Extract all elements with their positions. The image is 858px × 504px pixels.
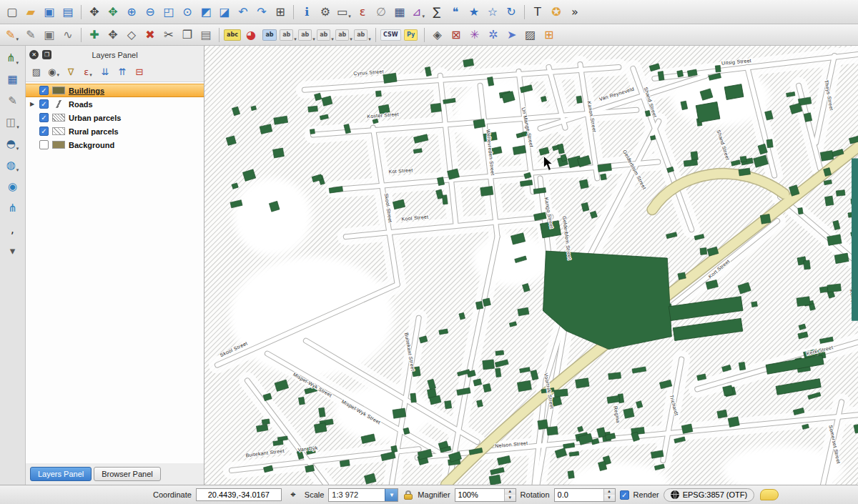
magnifier-up-icon[interactable]: ▲ — [505, 489, 516, 495]
layer-styling-dock-button[interactable]: ▨ — [521, 26, 540, 44]
move-label-button[interactable]: ab▾ — [279, 26, 297, 44]
zoom-last-button[interactable]: ↶ — [234, 4, 252, 21]
new-bookmark-button[interactable]: ★ — [465, 4, 483, 21]
new-map-view-button[interactable]: ⊞ — [271, 4, 290, 21]
select-features-button[interactable]: ▭▾ — [335, 4, 353, 21]
zoom-out-button[interactable]: ⊖ — [141, 4, 159, 21]
identify-features-button[interactable]: ℹ — [297, 4, 316, 21]
pan-map-button[interactable]: ✥ — [85, 4, 104, 21]
layer-visibility-checkbox[interactable]: ✓ — [39, 113, 49, 122]
add-wfs-layer-button[interactable]: ⋔ — [2, 199, 24, 217]
attributes-dock-button[interactable]: ⊞ — [540, 26, 558, 44]
zoom-to-native-button[interactable]: ⊙ — [178, 4, 197, 21]
change-label-button[interactable]: ab▾ — [316, 26, 335, 44]
add-delimited-text-layer-button[interactable]: , — [2, 220, 24, 239]
python-console-button[interactable]: Py — [402, 26, 420, 44]
add-vector-layer-button[interactable]: ⋔▾ — [2, 49, 24, 67]
zoom-in-button[interactable]: ⊕ — [122, 4, 141, 21]
coordinate-input[interactable] — [196, 488, 282, 501]
expand-all-button[interactable]: ⇊ — [97, 64, 113, 79]
magnifier-spinbox[interactable]: ▲ ▼ — [455, 488, 516, 502]
offset-curve-button[interactable]: ✲ — [484, 26, 503, 44]
open-layer-styling-button[interactable]: ▨ — [29, 64, 44, 79]
magnifier-input[interactable] — [455, 489, 504, 501]
topology-checker-button[interactable]: ⊠ — [447, 26, 465, 44]
new-layer-menu-button[interactable]: ▾ — [2, 242, 24, 260]
advanced-digitizing-button[interactable]: ➤ — [503, 26, 521, 44]
zoom-to-selection-button[interactable]: ◩ — [197, 4, 215, 21]
copy-features-button[interactable]: ❐ — [178, 26, 197, 44]
add-spatialite-layer-button[interactable]: ◫▾ — [2, 113, 24, 132]
add-wcs-layer-button[interactable]: ◉ — [2, 177, 24, 196]
panel-close-icon[interactable]: ✕ — [29, 50, 39, 59]
layer-row-roads[interactable]: ▶✓Roads — [26, 97, 204, 111]
select-by-expression-button[interactable]: ε — [353, 4, 372, 21]
filter-by-expression-button[interactable]: ε▾ — [80, 64, 96, 79]
toggle-editing-button[interactable]: ✎ — [21, 26, 40, 44]
move-feature-button[interactable]: ✥ — [104, 26, 122, 44]
rotation-spinbox[interactable]: ▲ ▼ — [554, 488, 616, 502]
label-value-map-button[interactable]: ◕ — [242, 26, 260, 44]
save-layer-edits-button[interactable]: ▣ — [40, 26, 59, 44]
add-postgis-layer-button[interactable]: ◓▾ — [2, 134, 24, 153]
new-shapefile-layer-button[interactable]: ✎ — [2, 92, 24, 110]
remove-layer-button[interactable]: ⊟ — [132, 64, 147, 79]
cut-features-button[interactable]: ✂ — [159, 26, 178, 44]
mouse-position-toggle-icon[interactable]: ⌖ — [286, 488, 300, 502]
zoom-to-layer-button[interactable]: ◪ — [215, 4, 234, 21]
map-tips-button[interactable]: ❝ — [446, 4, 465, 21]
tab-browser-panel[interactable]: Browser Panel — [94, 467, 161, 481]
layer-visibility-checkbox[interactable]: ✓ — [39, 99, 49, 109]
refresh-map-button[interactable]: ↻ — [502, 4, 521, 21]
statistical-summary-button[interactable]: ∑ — [428, 4, 446, 21]
toolbar-overflow-button[interactable]: » — [566, 4, 584, 21]
save-project-button[interactable]: ▣ — [40, 4, 59, 21]
layer-labeling-options-button[interactable]: abc — [223, 26, 242, 44]
layer-row-urban-parcels[interactable]: ✓Urban parcels — [26, 111, 204, 124]
pan-to-selection-button[interactable]: ✥ — [104, 4, 122, 21]
open-attribute-table-button[interactable]: ▦ — [390, 4, 409, 21]
metasearch-csw-button[interactable]: CSW — [380, 26, 402, 44]
rotation-input[interactable] — [555, 489, 603, 501]
scale-lock-icon[interactable] — [403, 490, 413, 500]
digitize-with-curve-button[interactable]: ∿ — [59, 26, 77, 44]
layer-row-background[interactable]: Background — [26, 138, 204, 152]
expander-icon[interactable]: ▶ — [29, 101, 36, 107]
deselect-all-button[interactable]: ∅ — [372, 4, 390, 21]
layer-row-buildings[interactable]: ✓Buildings — [26, 84, 204, 97]
chevron-down-icon[interactable]: ▼ — [385, 489, 398, 501]
open-project-button[interactable]: ▰ — [21, 4, 40, 21]
text-annotation-button[interactable]: T — [528, 4, 547, 21]
save-project-as-button[interactable]: ▤ — [59, 4, 77, 21]
node-tool-button[interactable]: ◇ — [122, 26, 141, 44]
rotation-up-icon[interactable]: ▲ — [604, 489, 615, 495]
magnifier-down-icon[interactable]: ▼ — [505, 495, 516, 501]
highlight-pinned-labels-button[interactable]: ab — [260, 26, 279, 44]
add-feature-button[interactable]: ✚ — [85, 26, 104, 44]
tab-layers-panel[interactable]: Layers Panel — [30, 467, 92, 481]
rotation-down-icon[interactable]: ▼ — [604, 495, 615, 501]
layer-visibility-checkbox[interactable] — [39, 140, 49, 149]
geometry-checker-button[interactable]: ◈ — [428, 26, 447, 44]
diagram-options-button[interactable]: ab▾ — [353, 26, 372, 44]
zoom-next-button[interactable]: ↷ — [252, 4, 271, 21]
new-project-button[interactable]: ▢ — [3, 4, 21, 21]
render-checkbox[interactable]: ✓ — [620, 490, 629, 500]
scale-combo[interactable]: 1:3 972 ▼ — [328, 488, 398, 502]
pin-labels-button[interactable]: ✪ — [547, 4, 566, 21]
filter-legend-button[interactable]: ∇ — [63, 64, 79, 79]
zoom-full-button[interactable]: ◰ — [159, 4, 178, 21]
delete-selected-button[interactable]: ✖ — [141, 26, 159, 44]
paste-features-button[interactable]: ▤ — [197, 26, 215, 44]
add-wms-layer-button[interactable]: ◍▾ — [2, 156, 24, 174]
reshape-features-button[interactable]: ✳ — [465, 26, 484, 44]
rotate-label-button[interactable]: ab▾ — [297, 26, 316, 44]
map-canvas[interactable]: Cyrus StreetKoster StreetKot StreetKool … — [204, 46, 858, 485]
layer-visibility-checkbox[interactable]: ✓ — [39, 127, 49, 136]
layer-row-rural-parcels[interactable]: ✓Rural parcels — [26, 124, 204, 138]
manage-map-themes-button[interactable]: ◉▾ — [46, 64, 61, 79]
add-raster-layer-button[interactable]: ▦ — [2, 70, 24, 89]
current-edits-button[interactable]: ✎▾ — [3, 26, 21, 44]
panel-float-icon[interactable]: ❐ — [42, 50, 51, 59]
label-properties-button[interactable]: ab▾ — [335, 26, 353, 44]
